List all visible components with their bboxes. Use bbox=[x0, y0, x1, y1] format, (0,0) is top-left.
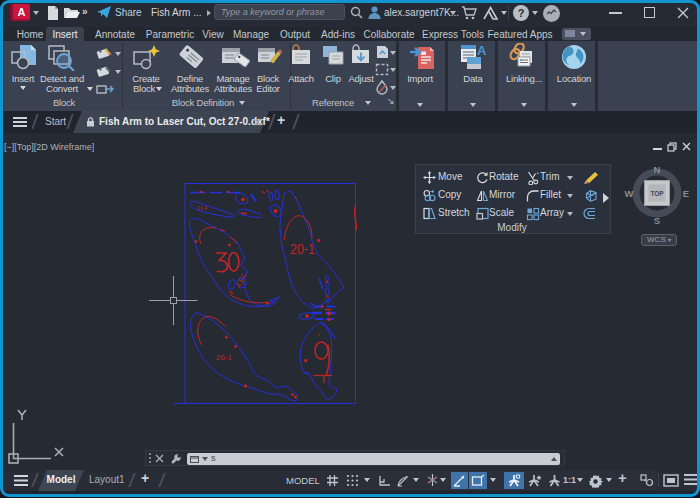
svg-text:N: N bbox=[654, 164, 661, 175]
svg-text:E: E bbox=[683, 188, 689, 199]
svg-text:S: S bbox=[654, 215, 660, 226]
svg-text:21-9: 21-9 bbox=[197, 205, 207, 211]
svg-text:A: A bbox=[477, 43, 487, 58]
svg-text:TOP: TOP bbox=[650, 190, 664, 197]
svg-text:W: W bbox=[625, 188, 634, 199]
svg-text:26-1: 26-1 bbox=[216, 353, 233, 362]
svg-text:20-1: 20-1 bbox=[290, 241, 315, 257]
